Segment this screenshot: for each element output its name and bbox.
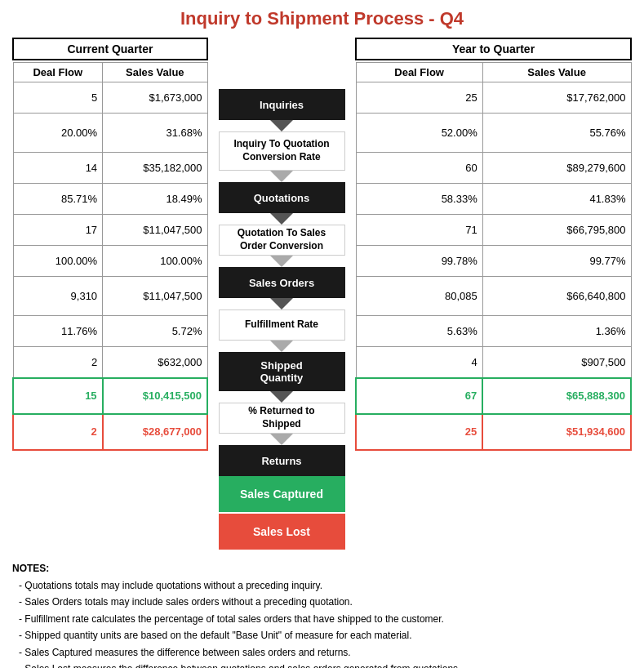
right-sales-cell: $17,762,000: [482, 82, 631, 114]
notes-items: - Quotations totals may include quotatio…: [12, 577, 632, 668]
right-data-row: 52.00%55.76%: [356, 114, 631, 153]
left-deal-cell: 85.71%: [13, 184, 103, 215]
right-deal-cell: 60: [356, 153, 482, 184]
note-item: - Sales Captured measures the difference…: [19, 644, 632, 661]
center-arrow-icon: [270, 434, 293, 445]
right-data-row: 58.33%41.83%: [356, 184, 631, 215]
left-table: Deal Flow Sales Value 5$1,673,00020.00%3…: [12, 62, 208, 451]
center-arrow-icon: [270, 256, 293, 267]
left-deal-cell: 2: [13, 347, 103, 378]
right-deal-cell: 52.00%: [356, 114, 482, 153]
left-green-row: 15$10,415,500: [13, 378, 207, 414]
left-sales-cell: $11,047,500: [103, 277, 207, 316]
left-sales-cell: 5.72%: [103, 316, 207, 347]
right-sales-cell: 99.77%: [482, 246, 631, 277]
left-sales-cell: $35,182,000: [103, 153, 207, 184]
right-sales-cell: $66,640,800: [482, 277, 631, 316]
left-red-row: 2$28,677,000: [13, 414, 207, 450]
left-data-row: 100.00%100.00%: [13, 246, 207, 277]
left-data-row: 5$1,673,000: [13, 82, 207, 114]
center-arrow-icon: [270, 298, 293, 310]
right-data-row: 71$66,795,800: [356, 215, 631, 246]
left-sales-cell: $11,047,500: [103, 215, 207, 246]
center-label-item: % Returned to Shipped: [219, 403, 345, 434]
right-data-row: 25$17,762,000: [356, 82, 631, 114]
right-deal-cell: 4: [356, 347, 482, 378]
center-arrow-icon: [270, 391, 293, 403]
left-data-row: 85.71%18.49%: [13, 184, 207, 215]
right-section-header: Year to Quarter: [355, 38, 632, 60]
left-sales-cell: 31.68%: [103, 114, 207, 153]
right-sales-cell: 41.83%: [482, 184, 631, 215]
right-sales-cell: 55.76%: [482, 114, 631, 153]
left-col2-header: Sales Value: [103, 63, 207, 82]
center-arrow-icon: [270, 171, 293, 182]
page-title: Inquiry to Shipment Process - Q4: [12, 8, 632, 29]
right-sales-cell: $89,279,600: [482, 153, 631, 184]
right-red-row: 25$51,934,600: [356, 414, 631, 450]
left-sales-cell: $1,673,000: [103, 82, 207, 114]
left-data-row: 14$35,182,000: [13, 153, 207, 184]
right-table: Deal Flow Sales Value 25$17,762,00052.00…: [355, 62, 632, 451]
right-deal-cell: 71: [356, 215, 482, 246]
right-deal-cell: 5.63%: [356, 316, 482, 347]
left-deal-cell: 17: [13, 215, 103, 246]
left-deal-cell: 20.00%: [13, 114, 103, 153]
left-deal-cell: 100.00%: [13, 246, 103, 277]
left-green-sales: $10,415,500: [103, 378, 207, 414]
center-inner: InquiriesInquiry To Quotation Conversion…: [219, 89, 345, 550]
left-deal-cell: 11.76%: [13, 316, 103, 347]
center-box-item: Shipped Quantity: [219, 352, 345, 391]
left-green-deal: 15: [13, 378, 103, 414]
left-red-sales: $28,677,000: [103, 414, 207, 450]
right-sales-cell: $66,795,800: [482, 215, 631, 246]
left-deal-cell: 14: [13, 153, 103, 184]
center-green-box: Sales Captured: [219, 476, 345, 512]
right-green-sales: $65,888,300: [482, 378, 631, 414]
center-label-item: Inquiry To Quotation Conversion Rate: [219, 131, 345, 171]
left-sales-cell: 100.00%: [103, 246, 207, 277]
right-data-row: 5.63%1.36%: [356, 316, 631, 347]
note-item: - Quotations totals may include quotatio…: [19, 577, 632, 594]
left-data-row: 11.76%5.72%: [13, 316, 207, 347]
right-data-row: 60$89,279,600: [356, 153, 631, 184]
right-panel: Year to Quarter Deal Flow Sales Value 25…: [355, 38, 632, 451]
center-box-item: Quotations: [219, 182, 345, 213]
center-arrow-icon: [270, 341, 293, 352]
center-arrow-icon: [270, 213, 293, 225]
left-sales-cell: $632,000: [103, 347, 207, 378]
notes-section: NOTES: - Quotations totals may include q…: [12, 563, 632, 668]
left-data-row: 2$632,000: [13, 347, 207, 378]
center-label-item: Fulfillment Rate: [219, 310, 345, 341]
right-deal-cell: 80,085: [356, 277, 482, 316]
right-sales-cell: $907,500: [482, 347, 631, 378]
right-green-row: 67$65,888,300: [356, 378, 631, 414]
center-box-item: Sales Orders: [219, 267, 345, 298]
center-arrow-icon: [270, 120, 293, 131]
right-sales-cell: 1.36%: [482, 316, 631, 347]
left-data-row: 9,310$11,047,500: [13, 277, 207, 316]
note-item: - Shipped quantity units are based on th…: [19, 627, 632, 644]
right-green-deal: 67: [356, 378, 482, 414]
note-item: - Sales Orders totals may include sales …: [19, 594, 632, 610]
right-data-row: 4$907,500: [356, 347, 631, 378]
left-data-row: 20.00%31.68%: [13, 114, 207, 153]
note-item: - Sales Lost measures the difference bet…: [19, 661, 632, 668]
right-data-row: 99.78%99.77%: [356, 246, 631, 277]
right-col1-header: Deal Flow: [356, 63, 482, 82]
left-col1-header: Deal Flow: [13, 63, 103, 82]
center-label-item: Quotation To Sales Order Conversion: [219, 225, 345, 256]
left-sales-cell: 18.49%: [103, 184, 207, 215]
notes-title: NOTES:: [12, 563, 632, 574]
right-red-deal: 25: [356, 414, 482, 450]
left-red-deal: 2: [13, 414, 103, 450]
left-panel: Current Quarter Deal Flow Sales Value 5$…: [12, 38, 208, 451]
center-box-item: Inquiries: [219, 89, 345, 120]
note-item: - Fulfillment rate calculates the percen…: [19, 611, 632, 627]
center-red-box: Sales Lost: [219, 514, 345, 550]
right-deal-cell: 25: [356, 82, 482, 114]
right-data-row: 80,085$66,640,800: [356, 277, 631, 316]
right-deal-cell: 58.33%: [356, 184, 482, 215]
left-data-row: 17$11,047,500: [13, 215, 207, 246]
left-section-header: Current Quarter: [12, 38, 208, 60]
